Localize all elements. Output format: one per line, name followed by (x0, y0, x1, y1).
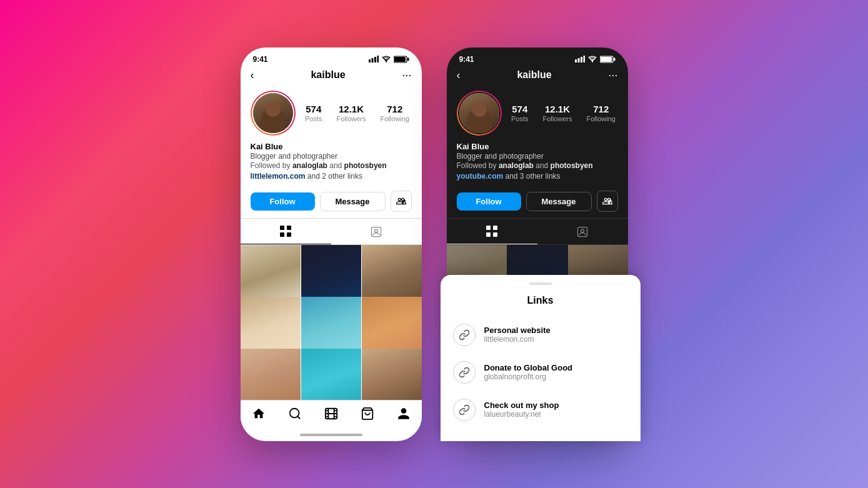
svg-point-16 (289, 408, 299, 417)
svg-point-31 (591, 61, 592, 62)
status-icons-dark (575, 56, 616, 63)
chain-link-icon-1 (459, 367, 470, 378)
nav-profile-light[interactable] (397, 407, 411, 424)
grid-item-6[interactable] (362, 297, 422, 357)
svg-rect-10 (280, 226, 284, 230)
username-light: kaiblue (311, 69, 345, 81)
wifi-icon (381, 56, 391, 62)
stat-posts-dark[interactable]: 574 Posts (511, 104, 529, 122)
bio-name-dark: Kai Blue (457, 142, 618, 151)
bio-name-light: Kai Blue (251, 142, 412, 151)
stat-posts-light[interactable]: 574 Posts (305, 104, 322, 122)
following-label-dark: Following (587, 115, 616, 122)
svg-point-42 (581, 229, 584, 232)
svg-rect-40 (493, 232, 497, 237)
back-button-dark[interactable]: ‹ (457, 69, 461, 82)
followers-label-light: Followers (336, 115, 366, 122)
stat-followers-light[interactable]: 12.1K Followers (336, 104, 366, 122)
bio-link-light[interactable]: littlelemon.com and 2 other links (251, 170, 412, 182)
svg-rect-29 (581, 57, 582, 62)
message-button-light[interactable]: Message (320, 192, 386, 211)
follow-button-light[interactable]: Follow (251, 192, 315, 211)
tab-tagged-dark[interactable] (537, 219, 628, 244)
sheet-drag-handle (529, 282, 552, 285)
chain-link-icon-0 (459, 329, 470, 341)
link-item-2[interactable]: Check out my shop lalueurbeauty.net (441, 391, 641, 429)
tab-grid-light[interactable] (241, 219, 331, 244)
time-light: 9:41 (253, 55, 268, 64)
svg-rect-28 (577, 58, 579, 62)
followers-count-dark: 12.1K (545, 104, 570, 114)
grid-item-3[interactable] (362, 245, 422, 305)
nav-shop-light[interactable] (361, 407, 374, 424)
photo-grid-light (241, 245, 422, 399)
add-friend-button-dark[interactable] (597, 191, 618, 212)
action-buttons-dark: Follow Message (447, 188, 628, 218)
profile-info-dark: 574 Posts 12.1K Followers 712 Following (447, 87, 628, 142)
followers-count-light: 12.1K (339, 104, 364, 114)
grid-item-9[interactable] (362, 349, 422, 400)
svg-rect-33 (601, 57, 612, 62)
action-buttons-light: Follow Message (241, 188, 422, 218)
more-button-light[interactable]: ··· (402, 69, 411, 82)
add-friend-button-light[interactable] (391, 191, 412, 212)
bio-desc-light: Blogger and photographer (251, 151, 412, 162)
grid-item-5[interactable] (301, 297, 361, 357)
grid-item-1[interactable] (241, 245, 301, 305)
svg-rect-6 (394, 57, 406, 62)
message-button-dark[interactable]: Message (526, 192, 592, 211)
posts-count-light: 574 (306, 104, 321, 114)
wifi-icon-dark (587, 56, 597, 62)
links-bottom-sheet: Links Personal website littlelemon.com (441, 275, 641, 441)
profile-header-light: ‹ kaiblue ··· (241, 66, 422, 87)
stat-following-dark[interactable]: 712 Following (587, 104, 616, 122)
bottom-nav-light (241, 400, 422, 429)
grid-item-2[interactable] (301, 245, 361, 305)
nav-search-light[interactable] (288, 407, 302, 424)
bio-link-dark[interactable]: youtube.com and 3 other links (457, 170, 618, 182)
svg-rect-27 (575, 59, 577, 62)
svg-rect-7 (407, 57, 409, 61)
nav-home-light[interactable] (252, 407, 266, 424)
grid-item-8[interactable] (301, 349, 361, 400)
svg-rect-0 (369, 59, 371, 62)
link-icon-1 (453, 361, 476, 384)
tab-bar-light (241, 218, 422, 245)
follow-button-dark[interactable]: Follow (457, 192, 521, 211)
link-text-1: Donate to Global Good globalnonprofit.or… (484, 363, 573, 381)
tab-tagged-light[interactable] (331, 219, 422, 244)
back-button-light[interactable]: ‹ (251, 69, 254, 82)
posts-label-dark: Posts (511, 115, 529, 122)
add-person-icon-dark (602, 196, 612, 206)
profile-info-light: 574 Posts 12.1K Followers 712 Following (241, 87, 422, 142)
svg-point-4 (385, 61, 386, 62)
chain-link-icon-2 (459, 404, 470, 416)
svg-line-17 (297, 416, 300, 419)
grid-item-7[interactable] (241, 349, 301, 400)
link-item-1[interactable]: Donate to Global Good globalnonprofit.or… (441, 354, 641, 391)
nav-reels-light[interactable] (324, 407, 338, 424)
svg-rect-38 (493, 226, 497, 230)
svg-rect-39 (486, 232, 491, 237)
bio-followed-dark: Followed by analoglab and photosbyen (457, 161, 618, 170)
tab-grid-dark[interactable] (447, 219, 537, 244)
more-button-dark[interactable]: ··· (608, 69, 617, 82)
bio-followed-light: Followed by analoglab and photosbyen (251, 161, 412, 170)
bio-section-light: Kai Blue Blogger and photographer Follow… (241, 142, 422, 189)
username-dark: kaiblue (517, 69, 551, 81)
bio-section-dark: Kai Blue Blogger and photographer Follow… (447, 142, 628, 189)
link-icon-2 (453, 399, 476, 421)
stat-followers-dark[interactable]: 12.1K Followers (542, 104, 572, 122)
tab-bar-dark (447, 218, 628, 245)
svg-rect-11 (287, 226, 291, 230)
avatar-dark (457, 91, 502, 136)
link-item-0[interactable]: Personal website littlelemon.com (441, 316, 641, 354)
status-bar-light: 9:41 (241, 47, 422, 66)
battery-icon-dark (600, 56, 616, 63)
stats-light: 574 Posts 12.1K Followers 712 Following (303, 104, 412, 122)
stat-following-light[interactable]: 712 Following (381, 104, 409, 122)
grid-item-4[interactable] (241, 297, 301, 357)
svg-rect-30 (583, 56, 585, 62)
svg-rect-37 (486, 226, 491, 230)
link-text-0: Personal website littlelemon.com (484, 326, 551, 344)
